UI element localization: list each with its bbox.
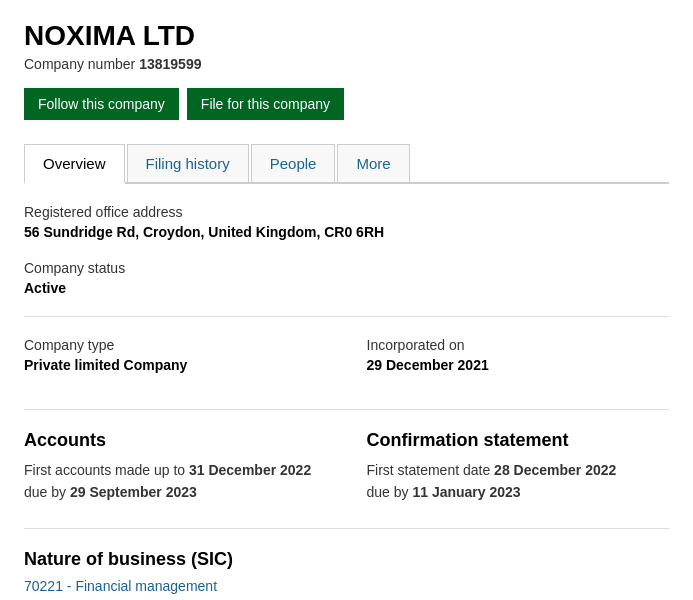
- company-type-label: Company type: [24, 337, 327, 353]
- company-status-label: Company status: [24, 260, 669, 276]
- company-number-label: Company number: [24, 56, 135, 72]
- incorporated-label: Incorporated on: [367, 337, 670, 353]
- company-status-value: Active: [24, 280, 669, 296]
- confirmation-line1-prefix: First statement date: [367, 462, 491, 478]
- company-type-value: Private limited Company: [24, 357, 327, 373]
- follow-company-button[interactable]: Follow this company: [24, 88, 179, 120]
- accounts-line1-prefix: First accounts made up to: [24, 462, 185, 478]
- divider-2: [24, 409, 669, 410]
- confirmation-text: First statement date 28 December 2022 du…: [367, 459, 670, 504]
- accounts-heading: Accounts: [24, 430, 327, 451]
- divider: [24, 316, 669, 317]
- divider-3: [24, 528, 669, 529]
- sic-section: Nature of business (SIC) 70221 - Financi…: [24, 549, 669, 594]
- incorporated-col: Incorporated on 29 December 2021: [367, 337, 670, 389]
- tab-more[interactable]: More: [337, 144, 409, 182]
- sic-description: Financial management: [75, 578, 217, 594]
- company-number-line: Company number 13819599: [24, 56, 669, 72]
- accounts-line2-prefix: due by: [24, 484, 66, 500]
- registered-office-label: Registered office address: [24, 204, 669, 220]
- confirmation-heading: Confirmation statement: [367, 430, 670, 451]
- accounts-col: Accounts First accounts made up to 31 De…: [24, 430, 327, 504]
- company-number-value: 13819599: [139, 56, 201, 72]
- sic-link[interactable]: 70221 - Financial management: [24, 578, 217, 594]
- confirmation-line2-date: 11 January 2023: [412, 484, 520, 500]
- registered-office-section: Registered office address 56 Sundridge R…: [24, 204, 669, 240]
- action-buttons: Follow this company File for this compan…: [24, 88, 669, 120]
- file-for-company-button[interactable]: File for this company: [187, 88, 344, 120]
- tab-people[interactable]: People: [251, 144, 336, 182]
- company-status-section: Company status Active: [24, 260, 669, 296]
- company-type-col: Company type Private limited Company: [24, 337, 327, 389]
- confirmation-col: Confirmation statement First statement d…: [367, 430, 670, 504]
- accounts-line1-date: 31 December 2022: [189, 462, 311, 478]
- company-name: NOXIMA LTD: [24, 20, 669, 52]
- sic-heading: Nature of business (SIC): [24, 549, 669, 570]
- confirmation-line2-prefix: due by: [367, 484, 409, 500]
- confirmation-line1-date: 28 December 2022: [494, 462, 616, 478]
- accounts-text: First accounts made up to 31 December 20…: [24, 459, 327, 504]
- sic-code: 70221: [24, 578, 63, 594]
- incorporated-value: 29 December 2021: [367, 357, 670, 373]
- type-incorporated-row: Company type Private limited Company Inc…: [24, 337, 669, 389]
- tab-overview[interactable]: Overview: [24, 144, 125, 184]
- tab-filing-history[interactable]: Filing history: [127, 144, 249, 182]
- accounts-confirmation-row: Accounts First accounts made up to 31 De…: [24, 430, 669, 504]
- registered-office-value: 56 Sundridge Rd, Croydon, United Kingdom…: [24, 224, 669, 240]
- tab-bar: Overview Filing history People More: [24, 144, 669, 184]
- accounts-line2-date: 29 September 2023: [70, 484, 197, 500]
